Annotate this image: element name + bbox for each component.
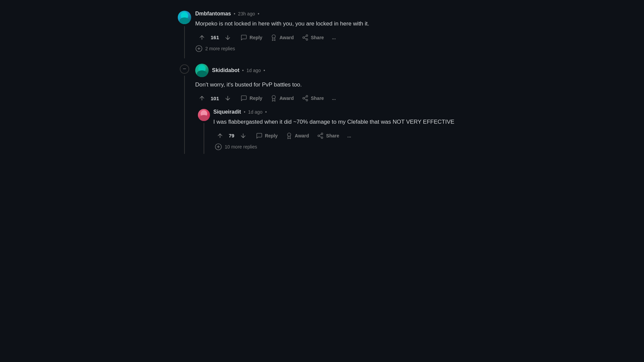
comment-header-1: Dmbfantomas • 23h ago • bbox=[195, 11, 466, 17]
nested-reply-siqueiradit: Siqueiradit • 1d ago • I was flabbergast… bbox=[195, 109, 466, 154]
reply-icon-nested bbox=[256, 132, 263, 139]
expand-icon bbox=[195, 45, 203, 52]
vote-section-2: 101 bbox=[195, 93, 234, 104]
svg-line-4 bbox=[304, 38, 306, 39]
upvote-button-nested[interactable] bbox=[213, 130, 227, 141]
upvote-button[interactable] bbox=[195, 32, 209, 43]
thread-line bbox=[184, 26, 185, 58]
more-button[interactable]: ... bbox=[329, 33, 339, 42]
award-icon bbox=[270, 34, 277, 41]
share-button-nested[interactable]: Share bbox=[314, 130, 342, 141]
reply-label-nested: Reply bbox=[265, 133, 278, 138]
thread-line-2 bbox=[184, 76, 185, 154]
username-siqueiradit: Siqueiradit bbox=[213, 109, 241, 115]
share-button-2[interactable]: Share bbox=[299, 93, 327, 104]
more-dots: ... bbox=[332, 35, 336, 40]
share-icon bbox=[302, 34, 309, 41]
action-bar-nested: 79 Reply bbox=[213, 130, 466, 141]
reply-button-nested[interactable]: Reply bbox=[253, 130, 281, 141]
more-dots-2: ... bbox=[332, 96, 336, 101]
reply-button[interactable]: Reply bbox=[237, 32, 266, 43]
svg-point-17 bbox=[318, 135, 320, 136]
avatar-skididabot bbox=[195, 64, 209, 77]
reply-icon-2 bbox=[240, 95, 247, 102]
comment-skididabot-wrapper: − Skididabot • 1d ago • Don't worry, it'… bbox=[178, 60, 466, 154]
award-button-2[interactable]: Award bbox=[267, 93, 297, 104]
more-dots-nested: ... bbox=[347, 133, 351, 138]
timestamp-skididabot: 1d ago bbox=[247, 68, 261, 73]
reply-button-2[interactable]: Reply bbox=[237, 93, 266, 104]
comment-dmbfantomas: Dmbfantomas • 23h ago • Morpeko is not l… bbox=[178, 7, 466, 60]
username-skididabot: Skididabot bbox=[212, 67, 239, 73]
more-button-nested[interactable]: ... bbox=[344, 131, 355, 140]
upvote-icon-2 bbox=[199, 95, 205, 102]
timestamp-siqueiradit: 1d ago bbox=[248, 109, 263, 115]
award-label-nested: Award bbox=[295, 133, 309, 138]
svg-point-9 bbox=[272, 96, 275, 99]
nested-text: I was flabbergasted when it did ~70% dam… bbox=[213, 118, 466, 126]
dot-sep: • bbox=[234, 11, 235, 16]
downvote-button-2[interactable] bbox=[221, 93, 234, 104]
svg-line-19 bbox=[320, 136, 322, 137]
dot-sep2: • bbox=[258, 11, 259, 16]
svg-line-5 bbox=[304, 36, 306, 37]
username: Dmbfantomas bbox=[195, 11, 231, 17]
svg-point-10 bbox=[306, 96, 308, 97]
svg-point-15 bbox=[287, 133, 291, 136]
comment-thread: Dmbfantomas • 23h ago • Morpeko is not l… bbox=[178, 7, 466, 154]
svg-line-14 bbox=[304, 97, 306, 98]
collapse-button[interactable]: − bbox=[180, 64, 189, 74]
upvote-icon-nested bbox=[217, 132, 223, 139]
svg-line-13 bbox=[304, 99, 306, 100]
award-icon-2 bbox=[270, 95, 277, 102]
vote-section-nested: 79 bbox=[213, 130, 250, 141]
svg-point-3 bbox=[306, 39, 308, 40]
vote-count: 161 bbox=[211, 35, 219, 40]
downvote-button[interactable] bbox=[221, 32, 234, 43]
comment-text-2: Don't worry, it's busted for PvP battles… bbox=[195, 80, 466, 89]
award-button-nested[interactable]: Award bbox=[282, 130, 313, 141]
share-icon-2 bbox=[302, 95, 309, 102]
skididabot-header-row: Skididabot • 1d ago • bbox=[195, 64, 466, 77]
action-bar-2: 101 Reply bbox=[195, 93, 466, 104]
downvote-icon bbox=[224, 34, 231, 41]
upvote-button-2[interactable] bbox=[195, 93, 209, 104]
nested-left bbox=[198, 109, 210, 154]
vote-count-nested: 79 bbox=[229, 133, 234, 138]
dot-sep4: • bbox=[264, 68, 265, 73]
comment-body-1: Dmbfantomas • 23h ago • Morpeko is not l… bbox=[195, 11, 466, 58]
reply-label-2: Reply bbox=[250, 96, 262, 101]
vote-count-2: 101 bbox=[211, 96, 219, 101]
avatar-siqueiradit bbox=[198, 109, 210, 121]
award-button[interactable]: Award bbox=[267, 32, 297, 43]
award-label: Award bbox=[279, 35, 294, 40]
svg-point-16 bbox=[321, 133, 323, 134]
reply-label: Reply bbox=[250, 35, 262, 40]
svg-line-20 bbox=[320, 134, 322, 135]
nested-body: Siqueiradit • 1d ago • I was flabbergast… bbox=[213, 109, 466, 154]
share-label: Share bbox=[311, 35, 324, 40]
more-replies-1[interactable]: 2 more replies bbox=[195, 45, 466, 52]
more-replies-nested[interactable]: 10 more replies bbox=[215, 143, 466, 150]
more-replies-text: 2 more replies bbox=[205, 46, 235, 51]
reply-icon bbox=[240, 34, 247, 41]
thread-line-nested bbox=[204, 123, 204, 154]
timestamp: 23h ago bbox=[238, 11, 255, 16]
nested-header: Siqueiradit • 1d ago • bbox=[213, 109, 466, 115]
dot-sep5: • bbox=[244, 109, 246, 115]
share-button[interactable]: Share bbox=[299, 32, 327, 43]
downvote-icon-2 bbox=[224, 95, 231, 102]
more-button-2[interactable]: ... bbox=[329, 94, 339, 103]
expand-icon-nested bbox=[215, 143, 222, 150]
more-replies-text-nested: 10 more replies bbox=[225, 144, 257, 149]
vote-section-1: 161 bbox=[195, 32, 234, 43]
share-label-2: Share bbox=[311, 96, 324, 101]
upvote-icon bbox=[199, 34, 205, 41]
comment-left-1 bbox=[178, 11, 191, 58]
avatar bbox=[178, 11, 191, 24]
downvote-button-nested[interactable] bbox=[236, 130, 250, 141]
dot-sep6: • bbox=[265, 109, 267, 115]
svg-point-1 bbox=[306, 35, 308, 36]
svg-point-18 bbox=[321, 137, 323, 138]
svg-point-2 bbox=[303, 37, 304, 38]
